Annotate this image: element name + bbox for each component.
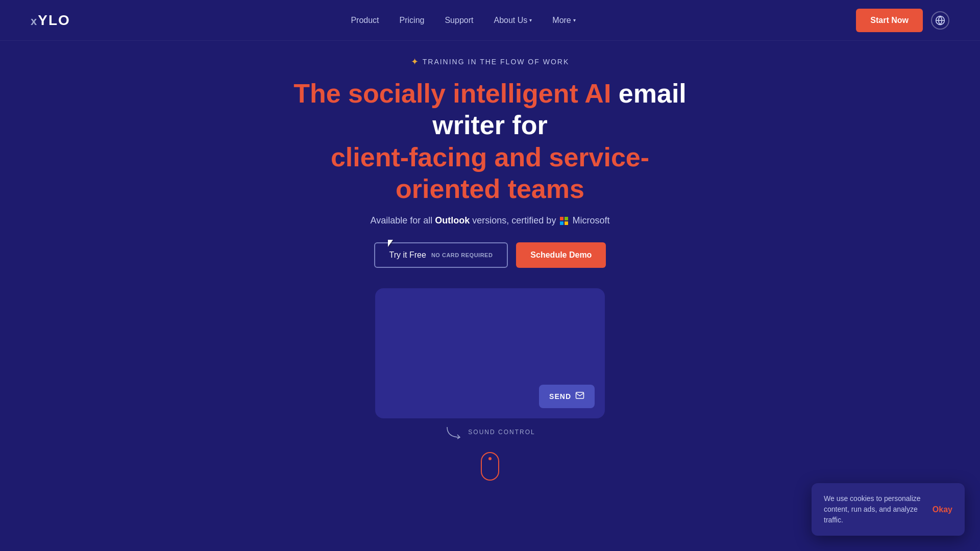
hero-headline: The socially intelligent AI email writer… [286,78,694,205]
try-free-label: Try it Free [389,251,426,260]
hero-subtext: Available for all Outlook versions, cert… [371,215,610,226]
hero-badge-text: TRAINING IN THE FLOW OF WORK [423,58,570,66]
try-free-button[interactable]: Try it Free NO CARD REQUIRED [374,242,508,268]
globe-icon[interactable] [931,11,949,30]
logo-main: YLO [38,12,70,28]
headline-orange-1: The socially intelligent AI [293,79,611,108]
start-now-button[interactable]: Start Now [856,9,923,32]
nav-item-about-us[interactable]: About Us ▾ [494,16,532,25]
logo-x: x [31,15,38,28]
headline-orange-2: client-facing and [331,142,542,172]
nav-link-product[interactable]: Product [351,16,379,24]
sparkle-icon: ✦ [411,56,419,67]
nav-item-pricing[interactable]: Pricing [400,16,425,25]
schedule-demo-button[interactable]: Schedule Demo [516,242,606,268]
nav-link-about-us: About Us [494,16,527,25]
subtext-microsoft: Microsoft [572,215,609,226]
sound-control-arrow-icon [445,424,465,440]
navbar: xYLO Product Pricing Support About Us ▾ … [0,0,980,41]
microsoft-icon [560,217,568,225]
nav-link-more: More [552,16,571,25]
nav-item-more[interactable]: More ▾ [552,16,575,25]
subtext-versions: versions, certified by [472,215,556,226]
scroll-dot [488,457,492,460]
nav-link-pricing[interactable]: Pricing [400,16,425,24]
sound-control: SOUND CONTROL [445,424,535,440]
send-button[interactable]: SEND [539,385,595,408]
demo-card: SEND [375,288,605,418]
subtext-outlook: Outlook [435,215,470,226]
hero-badge: ✦ TRAINING IN THE FLOW OF WORK [411,56,570,67]
nav-item-product[interactable]: Product [351,16,379,25]
no-card-label: NO CARD REQUIRED [431,252,493,258]
send-icon [575,391,584,402]
subtext-prefix: Available for all [371,215,435,226]
cookie-okay-button[interactable]: Okay [933,505,952,514]
cookie-notice: We use cookies to personalize content, r… [812,483,965,536]
nav-item-support[interactable]: Support [445,16,473,25]
chevron-down-icon: ▾ [529,17,532,23]
nav-right: Start Now [856,9,949,32]
scroll-indicator[interactable] [481,452,499,481]
send-label: SEND [549,392,571,400]
logo[interactable]: xYLO [31,12,70,29]
nav-links: Product Pricing Support About Us ▾ More … [351,16,575,25]
chevron-down-icon: ▾ [573,17,576,23]
hero-section: ✦ TRAINING IN THE FLOW OF WORK The socia… [0,0,980,481]
nav-link-support[interactable]: Support [445,16,473,24]
sound-control-label: SOUND CONTROL [468,429,535,436]
hero-buttons: Try it Free NO CARD REQUIRED Schedule De… [374,242,606,268]
cookie-text: We use cookies to personalize content, r… [824,493,924,525]
